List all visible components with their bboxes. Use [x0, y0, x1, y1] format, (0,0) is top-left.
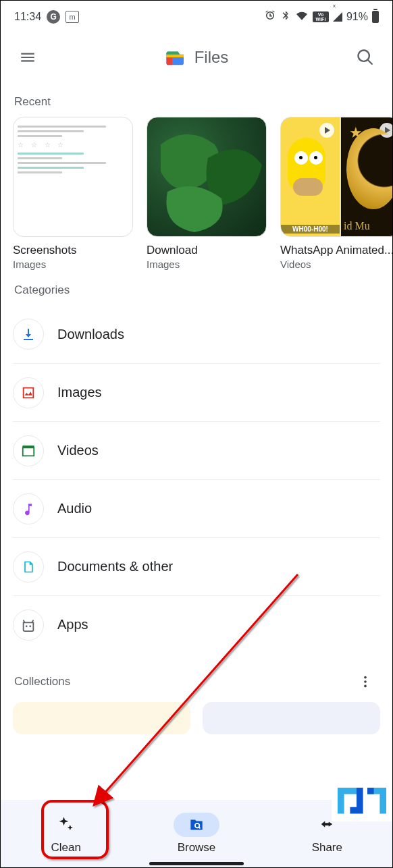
battery-percent: 91% [346, 11, 368, 23]
document-icon [13, 551, 44, 582]
image-icon [13, 377, 44, 408]
category-label: Videos [57, 443, 99, 458]
vowifi-badge: Vo WiFi [313, 11, 329, 22]
recent-label: Download [147, 244, 267, 257]
bluetooth-icon [280, 9, 291, 24]
recent-sublabel: Images [147, 259, 267, 270]
nav-browse[interactable]: Browse [174, 813, 219, 855]
wifi-icon [295, 10, 309, 24]
recent-item-screenshots[interactable]: ☆ ☆ ☆ ☆ Screenshots Images [13, 117, 133, 270]
category-apps[interactable]: Apps [13, 595, 380, 653]
category-label: Apps [57, 617, 88, 632]
gif-caption: WH00-H00! [281, 225, 340, 234]
recent-sublabel: Images [13, 259, 133, 270]
hamburger-icon [19, 49, 36, 66]
status-time: 11:34 [14, 11, 41, 23]
collections-row [1, 702, 392, 734]
nav-label: Share [312, 841, 342, 855]
recent-thumb: ☆ ☆ ☆ ☆ [13, 117, 133, 237]
app-title-wrap: Files [165, 46, 229, 69]
collection-card[interactable] [13, 702, 190, 734]
category-label: Downloads [57, 327, 124, 342]
svg-point-4 [364, 685, 367, 688]
category-images[interactable]: Images [13, 363, 380, 421]
alarm-icon [264, 9, 276, 24]
recent-thumb [147, 117, 267, 237]
recent-item-download[interactable]: Download Images [147, 117, 267, 270]
app-title: Files [194, 48, 229, 67]
nav-clean[interactable]: Clean [43, 813, 89, 855]
collection-card[interactable] [203, 702, 380, 734]
category-label: Images [57, 385, 102, 400]
more-vert-icon [358, 674, 373, 689]
apps-icon [13, 609, 44, 641]
svg-point-0 [26, 625, 28, 627]
app-header: Files [1, 33, 392, 82]
category-documents[interactable]: Documents & other [13, 537, 380, 595]
category-audio[interactable]: Audio [13, 479, 380, 537]
play-icon [319, 123, 334, 138]
recent-section-title: Recent [1, 82, 392, 117]
nav-label: Clean [51, 841, 80, 855]
battery-icon [372, 11, 379, 23]
svg-point-2 [364, 676, 367, 679]
files-logo-icon [165, 46, 188, 69]
status-left: 11:34 G m [14, 10, 79, 24]
recent-thumb-split: WH00-H00! ★ id Mu [280, 117, 392, 237]
m-status-icon: m [66, 11, 79, 23]
search-button[interactable] [352, 44, 379, 71]
category-label: Documents & other [57, 559, 173, 574]
collections-more-button[interactable] [352, 668, 379, 695]
gif-caption: id Mu [344, 220, 370, 232]
signal-icon: x [333, 12, 342, 22]
categories-list: Downloads Images Videos Audio Documents … [1, 305, 392, 653]
recent-label: Screenshots [13, 244, 133, 257]
gesture-bar [149, 862, 244, 865]
status-right: Vo WiFi x 91% [264, 9, 379, 24]
category-videos[interactable]: Videos [13, 421, 380, 479]
sparkle-icon [57, 815, 76, 834]
folder-search-icon [187, 816, 206, 834]
svg-point-3 [364, 680, 367, 683]
recent-row: ☆ ☆ ☆ ☆ Screenshots Images Download Imag… [1, 117, 392, 270]
recent-item-whatsapp[interactable]: WH00-H00! ★ id Mu WhatsApp Animated... V… [280, 117, 392, 270]
audio-icon [13, 493, 44, 524]
categories-section-title: Categories [1, 270, 392, 305]
download-icon [13, 319, 44, 350]
recent-label: WhatsApp Animated... [280, 244, 392, 257]
menu-button[interactable] [14, 44, 41, 71]
category-label: Audio [57, 501, 92, 516]
collections-header: Collections [1, 653, 392, 702]
video-icon [13, 435, 44, 466]
search-icon [356, 48, 375, 67]
collections-section-title: Collections [14, 675, 70, 688]
watermark [332, 781, 392, 821]
recent-sublabel: Videos [280, 259, 392, 270]
status-bar: 11:34 G m Vo WiFi x 91% [1, 1, 392, 33]
svg-point-1 [29, 625, 31, 627]
nav-label: Browse [178, 841, 216, 855]
google-status-icon: G [47, 10, 60, 24]
category-downloads[interactable]: Downloads [13, 305, 380, 363]
